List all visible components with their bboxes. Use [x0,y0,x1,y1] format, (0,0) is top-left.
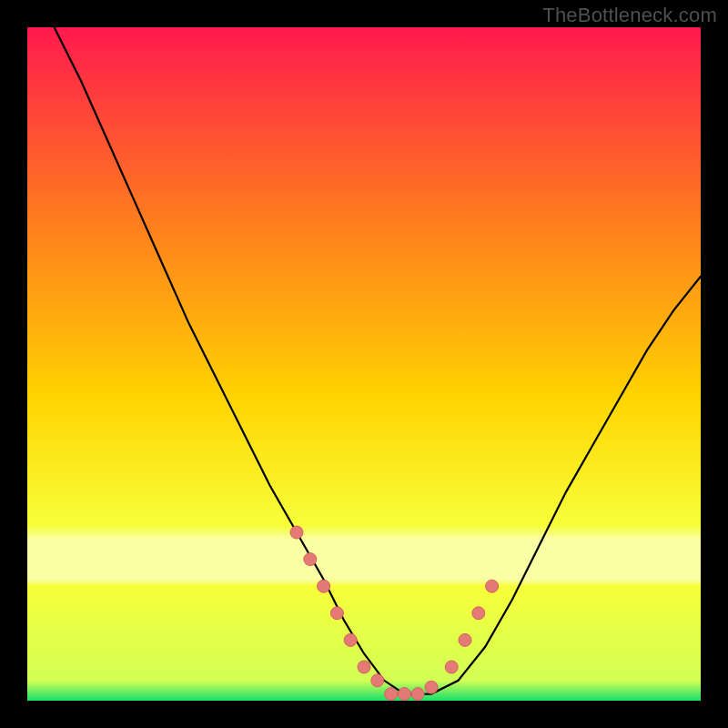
marker-dot [290,526,303,539]
marker-dot [445,661,458,673]
marker-dot [398,688,410,701]
marker-dot [318,580,330,592]
watermark-text: TheBottleneck.com [542,4,717,27]
marker-dot [425,681,438,693]
marker-dot [304,553,317,566]
bottleneck-chart [27,27,701,701]
marker-dot [385,688,398,701]
marker-dot [371,674,384,687]
marker-dot [472,607,485,620]
marker-dot [411,688,424,701]
marker-dot [358,661,370,673]
marker-dot [459,633,471,646]
marker-dot [344,633,357,646]
marker-dot [486,580,499,592]
marker-dot [330,607,343,620]
plot-area [27,27,701,701]
gradient-background [27,27,701,701]
chart-frame: TheBottleneck.com [0,0,728,728]
